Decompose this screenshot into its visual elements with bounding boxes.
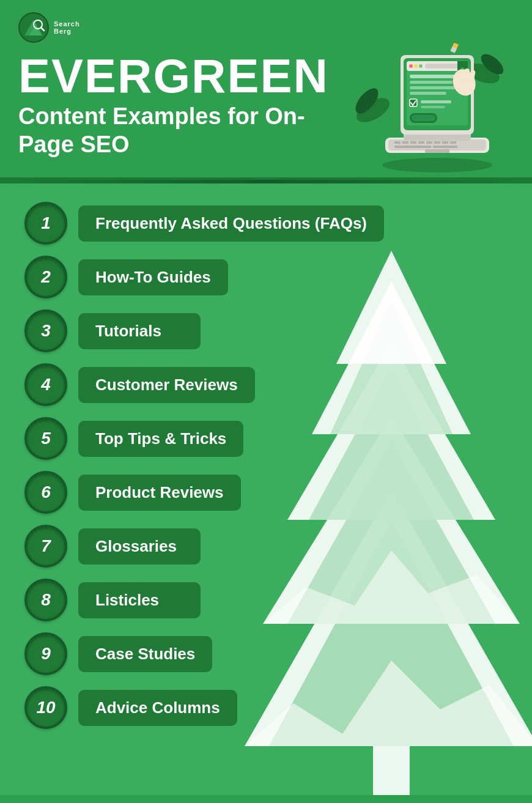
item-label-box: Case Studies — [78, 636, 212, 672]
number-text: 6 — [41, 483, 51, 502]
item-label-box: Tutorials — [78, 313, 201, 349]
list-item: 7Glossaries — [24, 525, 514, 568]
list-item: 2How-To Guides — [24, 256, 514, 298]
svg-rect-17 — [434, 141, 440, 144]
number-circle: 3 — [24, 309, 67, 352]
item-label-text: How-To Guides — [95, 268, 211, 286]
logo-text-top: Search — [54, 20, 80, 28]
svg-rect-50 — [465, 68, 470, 82]
svg-rect-20 — [394, 146, 431, 148]
number-circle: 10 — [24, 686, 67, 729]
list-item: 1Frequently Asked Questions (FAQs) — [24, 202, 514, 245]
svg-point-29 — [414, 64, 418, 68]
number-circle: 4 — [24, 363, 67, 406]
list-item: 6Product Reviews — [24, 471, 514, 514]
svg-point-28 — [409, 64, 413, 68]
number-text: 10 — [36, 698, 55, 717]
list-item: 10Advice Columns — [24, 686, 514, 729]
svg-rect-42 — [412, 115, 435, 121]
item-label-box: Customer Reviews — [78, 367, 255, 403]
svg-rect-36 — [410, 86, 459, 89]
number-text: 3 — [41, 321, 51, 341]
number-circle: 5 — [24, 417, 67, 460]
svg-rect-22 — [425, 149, 449, 153]
svg-rect-13 — [402, 141, 408, 144]
svg-rect-40 — [421, 106, 445, 108]
svg-rect-31 — [425, 64, 459, 68]
number-circle: 7 — [24, 525, 67, 568]
item-label-box: Advice Columns — [78, 690, 237, 726]
item-label-text: Listicles — [95, 591, 159, 609]
number-circle: 2 — [24, 256, 67, 298]
subtitle: Content Examples for On-Page SEO — [18, 103, 342, 158]
number-text: 8 — [41, 590, 51, 610]
number-circle: 6 — [24, 471, 67, 514]
item-label-text: Tutorials — [95, 322, 161, 340]
svg-rect-16 — [426, 141, 432, 144]
item-label-box: Glossaries — [78, 528, 201, 564]
svg-point-9 — [382, 158, 492, 172]
number-circle: 9 — [24, 632, 67, 675]
number-text: 2 — [41, 267, 51, 287]
item-label-box: Listicles — [78, 582, 201, 618]
item-label-box: Frequently Asked Questions (FAQs) — [78, 205, 384, 242]
list-container: 1Frequently Asked Questions (FAQs)2How-T… — [24, 202, 514, 729]
item-label-text: Glossaries — [95, 537, 177, 555]
item-label-text: Frequently Asked Questions (FAQs) — [95, 214, 367, 232]
svg-rect-11 — [388, 139, 486, 150]
list-item: 8Listicles — [24, 579, 514, 621]
search-berg-logo — [18, 12, 49, 43]
number-text: 1 — [41, 213, 51, 233]
header-content: EVERGREEN Content Examples for On-Page S… — [18, 49, 514, 177]
item-label-box: How-To Guides — [78, 259, 228, 295]
item-label-text: Customer Reviews — [95, 376, 238, 394]
svg-rect-15 — [418, 141, 424, 144]
number-text: 9 — [41, 644, 51, 664]
laptop-svg — [342, 43, 514, 177]
item-label-box: Product Reviews — [78, 475, 241, 511]
item-label-box: Top Tips & Tricks — [78, 421, 243, 457]
number-circle: 1 — [24, 202, 67, 245]
header-section: Search Berg EVERGREEN Content Examples f… — [0, 0, 532, 180]
item-label-text: Case Studies — [95, 645, 195, 663]
list-item: 5Top Tips & Tricks — [24, 417, 514, 460]
item-label-text: Product Reviews — [95, 483, 224, 501]
logo-text-bottom: Berg — [54, 28, 80, 35]
main-title: EVERGREEN — [18, 52, 342, 100]
svg-rect-21 — [433, 146, 457, 148]
number-text: 7 — [41, 536, 51, 556]
svg-rect-12 — [394, 141, 401, 144]
svg-rect-18 — [442, 141, 448, 144]
svg-rect-39 — [421, 100, 451, 103]
list-item: 4Customer Reviews — [24, 363, 514, 406]
header-text: EVERGREEN Content Examples for On-Page S… — [18, 49, 342, 158]
number-text: 5 — [41, 429, 51, 448]
svg-point-30 — [419, 64, 423, 68]
svg-rect-19 — [450, 141, 456, 144]
header-illustration — [342, 43, 514, 177]
svg-rect-35 — [410, 81, 453, 84]
number-text: 4 — [41, 375, 51, 394]
svg-rect-52 — [373, 746, 410, 795]
list-item: 9Case Studies — [24, 632, 514, 675]
svg-rect-37 — [410, 92, 446, 95]
item-label-text: Top Tips & Tricks — [95, 429, 226, 448]
list-item: 3Tutorials — [24, 309, 514, 352]
logo-area: Search Berg — [18, 12, 514, 43]
list-section: 1Frequently Asked Questions (FAQs)2How-T… — [0, 183, 532, 795]
svg-rect-14 — [410, 141, 416, 144]
item-label-text: Advice Columns — [95, 698, 220, 717]
number-circle: 8 — [24, 579, 67, 621]
